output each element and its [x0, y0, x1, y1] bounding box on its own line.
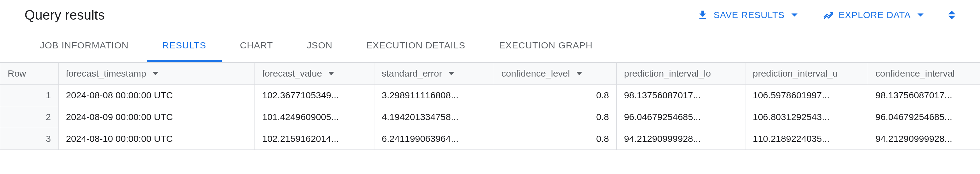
- col-header-forecast-value[interactable]: forecast_value: [255, 63, 374, 85]
- col-header-row[interactable]: Row: [0, 63, 59, 85]
- row-number-cell: 1: [0, 85, 59, 106]
- cell-confidence-level: 0.8: [494, 128, 617, 150]
- row-number-cell: 3: [0, 128, 59, 150]
- table-row: 1 2024-08-08 00:00:00 UTC 102.3677105349…: [0, 85, 980, 106]
- tab-execution-graph[interactable]: EXECUTION GRAPH: [484, 30, 608, 62]
- cell-forecast-value: 102.3677105349...: [255, 85, 374, 106]
- cell-forecast-timestamp: 2024-08-08 00:00:00 UTC: [59, 85, 255, 106]
- col-header-label: confidence_level: [501, 68, 570, 79]
- col-header-confidence-interval[interactable]: confidence_interval: [868, 63, 980, 85]
- page-title: Query results: [24, 7, 105, 23]
- col-header-label: forecast_value: [262, 68, 322, 79]
- cell-prediction-interval-upper: 106.5978601997...: [745, 85, 868, 106]
- cell-forecast-timestamp: 2024-08-09 00:00:00 UTC: [59, 106, 255, 128]
- cell-forecast-value: 101.4249609005...: [255, 106, 374, 128]
- tabs-bar: JOB INFORMATION RESULTS CHART JSON EXECU…: [0, 30, 980, 62]
- save-results-label: SAVE RESULTS: [714, 10, 785, 20]
- cell-confidence-interval: 96.04679254685...: [868, 106, 980, 128]
- col-header-label: prediction_interval_lo: [624, 68, 711, 79]
- tab-chart[interactable]: CHART: [225, 30, 288, 62]
- cell-prediction-interval-upper: 106.8031292543...: [745, 106, 868, 128]
- tab-job-information[interactable]: JOB INFORMATION: [24, 30, 144, 62]
- cell-standard-error: 4.194201334758...: [374, 106, 494, 128]
- row-number-cell: 2: [0, 106, 59, 128]
- cell-prediction-interval-lower: 96.04679254685...: [617, 106, 745, 128]
- expand-collapse-button[interactable]: [948, 11, 956, 19]
- cell-confidence-interval: 98.13756087017...: [868, 85, 980, 106]
- table-row: 3 2024-08-10 00:00:00 UTC 102.2159162014…: [0, 128, 980, 150]
- col-header-label: forecast_timestamp: [66, 68, 146, 79]
- cell-prediction-interval-lower: 94.21290999928...: [617, 128, 745, 150]
- tab-execution-details[interactable]: EXECUTION DETAILS: [351, 30, 480, 62]
- col-header-confidence-level[interactable]: confidence_level: [494, 63, 617, 85]
- dropdown-arrow-icon: [918, 13, 924, 17]
- chevron-down-icon: [948, 16, 956, 19]
- col-header-prediction-interval-upper[interactable]: prediction_interval_u: [745, 63, 868, 85]
- cell-prediction-interval-upper: 110.2189224035...: [745, 128, 868, 150]
- col-header-label: standard_error: [382, 68, 442, 79]
- table-row: 2 2024-08-09 00:00:00 UTC 101.4249609005…: [0, 106, 980, 128]
- cell-standard-error: 3.298911116808...: [374, 85, 494, 106]
- chart-explore-icon: [822, 9, 834, 21]
- col-header-label: confidence_interval: [875, 68, 955, 79]
- explore-data-label: EXPLORE DATA: [838, 10, 911, 20]
- cell-standard-error: 6.241199063964...: [374, 128, 494, 150]
- column-menu-icon[interactable]: [448, 72, 455, 75]
- column-menu-icon[interactable]: [153, 72, 159, 75]
- col-header-forecast-timestamp[interactable]: forecast_timestamp: [59, 63, 255, 85]
- col-header-label: prediction_interval_u: [753, 68, 838, 79]
- download-icon: [697, 9, 709, 21]
- column-menu-icon[interactable]: [328, 72, 334, 75]
- col-header-prediction-interval-lower[interactable]: prediction_interval_lo: [617, 63, 745, 85]
- dropdown-arrow-icon: [791, 13, 797, 17]
- tab-results[interactable]: RESULTS: [147, 30, 221, 62]
- column-menu-icon[interactable]: [576, 72, 582, 75]
- cell-prediction-interval-lower: 98.13756087017...: [617, 85, 745, 106]
- cell-confidence-interval: 94.21290999928...: [868, 128, 980, 150]
- cell-confidence-level: 0.8: [494, 106, 617, 128]
- chevron-up-icon: [948, 11, 956, 14]
- cell-confidence-level: 0.8: [494, 85, 617, 106]
- explore-data-button[interactable]: EXPLORE DATA: [822, 9, 924, 21]
- tab-json[interactable]: JSON: [291, 30, 348, 62]
- save-results-button[interactable]: SAVE RESULTS: [697, 9, 797, 21]
- cell-forecast-timestamp: 2024-08-10 00:00:00 UTC: [59, 128, 255, 150]
- header-bar: Query results SAVE RESULTS EXPLORE DATA: [0, 0, 980, 30]
- cell-forecast-value: 102.2159162014...: [255, 128, 374, 150]
- col-header-label: Row: [8, 68, 26, 78]
- results-table-container: Row forecast_timestamp forecast_value st…: [0, 62, 980, 150]
- table-header-row: Row forecast_timestamp forecast_value st…: [0, 63, 980, 85]
- col-header-standard-error[interactable]: standard_error: [374, 63, 494, 85]
- results-table: Row forecast_timestamp forecast_value st…: [0, 62, 980, 150]
- header-actions: SAVE RESULTS EXPLORE DATA: [697, 9, 956, 21]
